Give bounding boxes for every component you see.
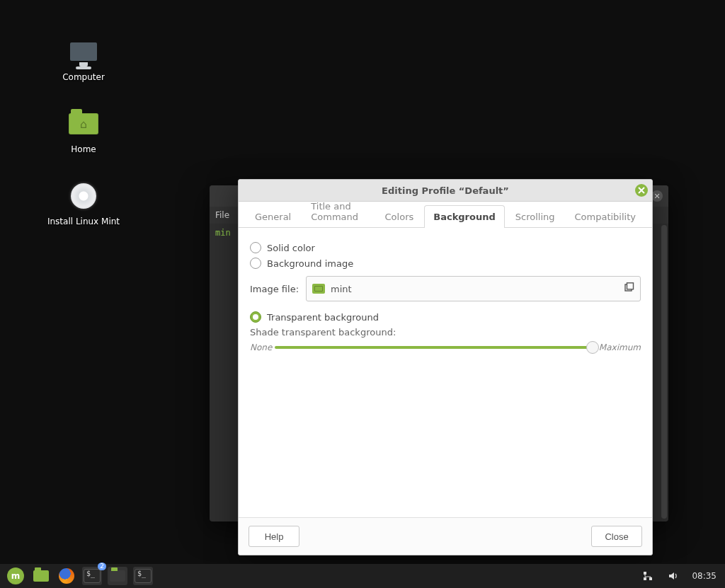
radio-label: Solid color — [267, 243, 315, 253]
slider-min-label: None — [250, 342, 272, 352]
radio-label: Transparent background — [267, 312, 379, 323]
image-file-row: Image file: mint — [250, 276, 641, 301]
background-pane: Solid color Background image Image file:… — [239, 228, 652, 354]
shade-slider[interactable] — [275, 340, 596, 354]
slider-track — [275, 346, 596, 349]
shade-slider-row: None Maximum — [250, 340, 641, 354]
tab-colors[interactable]: Colors — [376, 205, 423, 228]
terminal-close-button[interactable]: ✕ — [651, 190, 663, 202]
radio-background-image[interactable]: Background image — [250, 258, 641, 269]
mint-logo-icon: m — [7, 567, 24, 584]
terminal-scrollbar[interactable] — [661, 225, 667, 519]
network-icon — [642, 570, 653, 582]
taskbar-clock[interactable]: 08:35 — [692, 571, 717, 581]
tab-title-command[interactable]: Title and Command — [302, 195, 374, 228]
browse-icon — [623, 282, 634, 296]
tab-scrolling[interactable]: Scrolling — [506, 205, 564, 228]
tab-compatibility[interactable]: Compatibility — [566, 205, 646, 228]
close-button[interactable]: Close — [591, 526, 642, 547]
terminal-icon — [135, 569, 152, 583]
radio-icon — [250, 242, 261, 253]
tab-background[interactable]: Background — [424, 205, 505, 228]
taskbar: m 2 08:35 — [0, 564, 725, 588]
slider-thumb[interactable] — [586, 341, 599, 354]
radio-transparent-background[interactable]: Transparent background — [250, 311, 641, 323]
image-file-label: Image file: — [250, 284, 299, 294]
taskbar-firefox-launcher[interactable] — [57, 567, 76, 585]
radio-solid-color[interactable]: Solid color — [250, 242, 641, 253]
radio-label: Background image — [267, 258, 353, 269]
volume-icon — [668, 570, 679, 582]
desktop-icon-install[interactable]: Install Linux Mint — [41, 178, 126, 226]
svg-rect-1 — [627, 282, 634, 289]
taskbar-terminal-group[interactable]: 2 — [82, 567, 102, 585]
image-file-chooser[interactable]: mint — [306, 276, 641, 301]
disc-icon — [71, 183, 96, 209]
profile-dialog: Editing Profile “Default” General Title … — [238, 179, 653, 555]
home-folder-icon: ⌂ — [69, 113, 98, 134]
desktop-icon-label: Home — [41, 144, 126, 154]
radio-icon — [250, 311, 261, 323]
desktop[interactable]: Computer ⌂ Home Install Linux Mint ✕ Fil… — [0, 0, 725, 588]
dialog-title-text: Editing Profile “Default” — [382, 185, 509, 196]
tab-general[interactable]: General — [246, 205, 300, 228]
menu-file[interactable]: File — [215, 210, 229, 220]
window-count-badge: 2 — [98, 563, 106, 570]
folder-dark-icon — [110, 570, 125, 582]
svg-rect-4 — [644, 577, 646, 580]
image-file-name: mint — [331, 284, 352, 294]
slider-max-label: Maximum — [599, 342, 641, 352]
dialog-tabs: General Title and Command Colors Backgro… — [239, 202, 652, 228]
taskbar-terminal-window[interactable] — [133, 567, 153, 585]
help-button[interactable]: Help — [249, 526, 299, 547]
svg-rect-3 — [649, 577, 652, 580]
terminal-icon — [84, 569, 101, 583]
shade-label: Shade transparent background: — [250, 327, 641, 338]
files-icon — [33, 570, 49, 582]
desktop-icon-label: Computer — [41, 72, 126, 82]
image-thumbnail-icon — [312, 284, 325, 294]
terminal-prompt: min — [215, 228, 231, 238]
svg-rect-2 — [644, 572, 646, 575]
network-indicator[interactable] — [638, 567, 658, 585]
volume-indicator[interactable] — [663, 567, 683, 585]
desktop-icon-home[interactable]: ⌂ Home — [41, 106, 126, 154]
dialog-titlebar[interactable]: Editing Profile “Default” — [239, 180, 652, 202]
radio-icon — [250, 258, 261, 269]
firefox-icon — [59, 568, 74, 584]
dialog-close-button[interactable] — [635, 184, 648, 197]
taskbar-files-launcher[interactable] — [31, 567, 51, 585]
close-icon — [638, 187, 645, 194]
computer-icon — [70, 42, 97, 61]
desktop-icon-computer[interactable]: Computer — [41, 34, 126, 82]
start-menu-button[interactable]: m — [6, 567, 25, 585]
taskbar-files-window[interactable] — [108, 567, 127, 585]
desktop-icon-label: Install Linux Mint — [41, 217, 126, 226]
dialog-footer: Help Close — [239, 517, 652, 555]
